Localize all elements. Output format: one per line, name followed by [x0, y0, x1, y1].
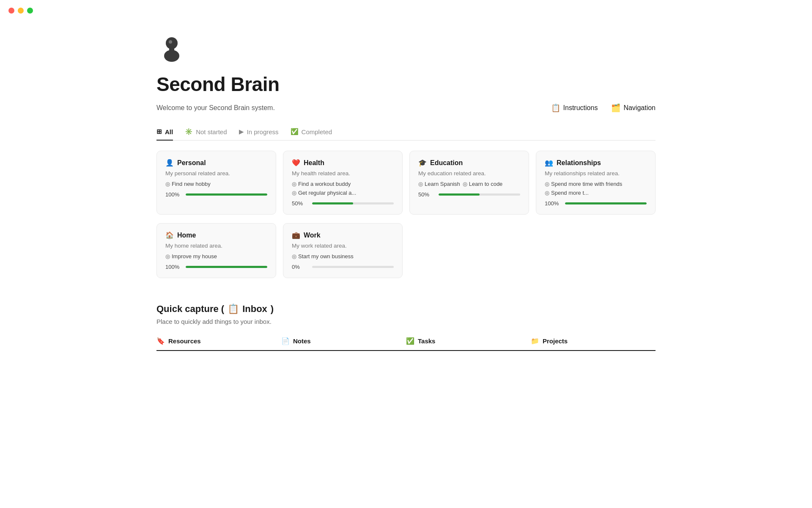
goal-icon: ◎ — [292, 190, 296, 196]
card-education-header: 🎓 Education — [418, 159, 520, 167]
health-progress: 50% — [292, 200, 394, 207]
goal-item: ◎ Start my own business — [292, 253, 354, 260]
goal-label: Learn Spanish — [425, 181, 460, 187]
instructions-icon: 📋 — [551, 103, 560, 113]
goal-label: Spend more time with friends — [551, 181, 622, 187]
goal-icon: ◎ — [165, 253, 170, 260]
work-description: My work related area. — [292, 243, 394, 249]
quick-capture-section: Quick capture ( 📋 Inbox ) Place to quick… — [156, 304, 656, 351]
tab-in-progress[interactable]: ▶ In progress — [239, 128, 279, 141]
health-description: My health related area. — [292, 170, 394, 177]
navigation-icon: 🗂️ — [611, 103, 620, 113]
tab-all[interactable]: ⊞ All — [156, 128, 173, 141]
home-goals: ◎ Improve my house — [165, 253, 267, 260]
navigation-link[interactable]: 🗂️ Navigation — [611, 103, 656, 113]
relationships-progress: 100% — [545, 200, 647, 207]
health-pct: 50% — [292, 200, 308, 207]
tab-all-icon: ⊞ — [156, 128, 162, 135]
work-title: Work — [304, 232, 321, 239]
home-progress-bar-bg — [186, 266, 267, 268]
goal-label: Find new hobby — [172, 181, 211, 187]
tasks-icon: ✅ — [406, 337, 414, 345]
tasks-label: Tasks — [418, 337, 435, 345]
health-goals: ◎ Find a workout buddy ◎ Get regular phy… — [292, 181, 394, 196]
home-progress: 100% — [165, 264, 267, 270]
close-button[interactable] — [8, 8, 14, 14]
tab-not-started-icon: ✳️ — [185, 128, 193, 135]
qc-tab-resources[interactable]: 🔖 Resources — [156, 337, 281, 351]
subtitle-row: Welcome to your Second Brain system. 📋 I… — [156, 103, 656, 113]
qc-title: Quick capture ( 📋 Inbox ) — [156, 304, 656, 315]
card-home-header: 🏠 Home — [165, 231, 267, 239]
home-title: Home — [177, 232, 196, 239]
relationships-description: My relationships related area. — [545, 170, 647, 177]
qc-inbox-label: Inbox — [242, 304, 267, 315]
education-goals: ◎ Learn Spanish ◎ Learn to code — [418, 181, 520, 187]
education-description: My education related area. — [418, 170, 520, 177]
card-relationships-header: 👥 Relationships — [545, 159, 647, 167]
personal-progress-bar-fill — [186, 193, 267, 196]
work-progress-bar-bg — [312, 266, 394, 268]
card-home[interactable]: 🏠 Home My home related area. ◎ Improve m… — [156, 223, 276, 278]
goal-icon: ◎ — [545, 190, 549, 196]
goal-item: ◎ Find a workout buddy — [292, 181, 351, 187]
relationships-icon: 👥 — [545, 159, 553, 167]
page-title: Second Brain — [156, 73, 656, 96]
card-work[interactable]: 💼 Work My work related area. ◎ Start my … — [283, 223, 403, 278]
qc-title-close: ) — [271, 304, 274, 315]
resources-icon: 🔖 — [156, 337, 165, 345]
card-health[interactable]: ❤️ Health My health related area. ◎ Find… — [283, 151, 403, 215]
navigation-label: Navigation — [623, 104, 656, 112]
education-progress-bar-bg — [439, 193, 520, 196]
home-pct: 100% — [165, 264, 181, 270]
work-pct: 0% — [292, 264, 308, 270]
goal-item: ◎ Find new hobby — [165, 181, 211, 187]
tab-not-started[interactable]: ✳️ Not started — [185, 128, 227, 141]
tab-not-started-label: Not started — [196, 128, 227, 135]
tab-completed-icon: ✅ — [291, 128, 299, 135]
main-container: Second Brain Welcome to your Second Brai… — [131, 0, 681, 393]
goal-icon: ◎ — [545, 181, 549, 187]
personal-pct: 100% — [165, 191, 181, 198]
tab-completed[interactable]: ✅ Completed — [291, 128, 332, 141]
education-pct: 50% — [418, 191, 434, 198]
card-personal[interactable]: 👤 Personal My personal related area. ◎ F… — [156, 151, 276, 215]
instructions-link[interactable]: 📋 Instructions — [551, 103, 598, 113]
minimize-button[interactable] — [18, 8, 24, 14]
qc-tab-projects[interactable]: 📁 Projects — [531, 337, 656, 351]
work-goals: ◎ Start my own business — [292, 253, 394, 260]
notes-label: Notes — [293, 337, 311, 345]
fullscreen-button[interactable] — [27, 8, 33, 14]
qc-title-text: Quick capture ( — [156, 304, 224, 315]
qc-tab-tasks[interactable]: ✅ Tasks — [406, 337, 531, 351]
goal-item: ◎ Spend more time with friends — [545, 181, 622, 187]
svg-point-3 — [169, 40, 172, 44]
projects-icon: 📁 — [531, 337, 539, 345]
card-work-header: 💼 Work — [292, 231, 394, 239]
card-personal-header: 👤 Personal — [165, 159, 267, 167]
card-education[interactable]: 🎓 Education My education related area. ◎… — [409, 151, 529, 215]
cards-grid-row2: 🏠 Home My home related area. ◎ Improve m… — [156, 223, 656, 278]
card-relationships[interactable]: 👥 Relationships My relationships related… — [536, 151, 656, 215]
svg-point-0 — [166, 37, 178, 49]
goal-item: ◎ Learn to code — [463, 181, 503, 187]
cards-grid-row1: 👤 Personal My personal related area. ◎ F… — [156, 151, 656, 215]
qc-tab-notes[interactable]: 📄 Notes — [281, 337, 406, 351]
card-health-header: ❤️ Health — [292, 159, 394, 167]
goal-item: ◎ Spend more t... — [545, 190, 589, 196]
relationships-progress-bar-bg — [565, 202, 647, 204]
empty-card-3 — [409, 223, 529, 278]
personal-progress: 100% — [165, 191, 267, 198]
education-title: Education — [430, 159, 463, 167]
home-progress-bar-fill — [186, 266, 267, 268]
instructions-label: Instructions — [563, 104, 598, 112]
relationships-pct: 100% — [545, 200, 561, 207]
goal-label: Improve my house — [172, 253, 217, 260]
goal-item: ◎ Learn Spanish — [418, 181, 460, 187]
relationships-goals: ◎ Spend more time with friends ◎ Spend m… — [545, 181, 647, 196]
tab-completed-label: Completed — [302, 128, 332, 135]
personal-title: Personal — [177, 159, 206, 167]
inbox-icon: 📋 — [228, 304, 239, 315]
relationships-progress-bar-fill — [565, 202, 647, 204]
goal-icon: ◎ — [418, 181, 423, 187]
